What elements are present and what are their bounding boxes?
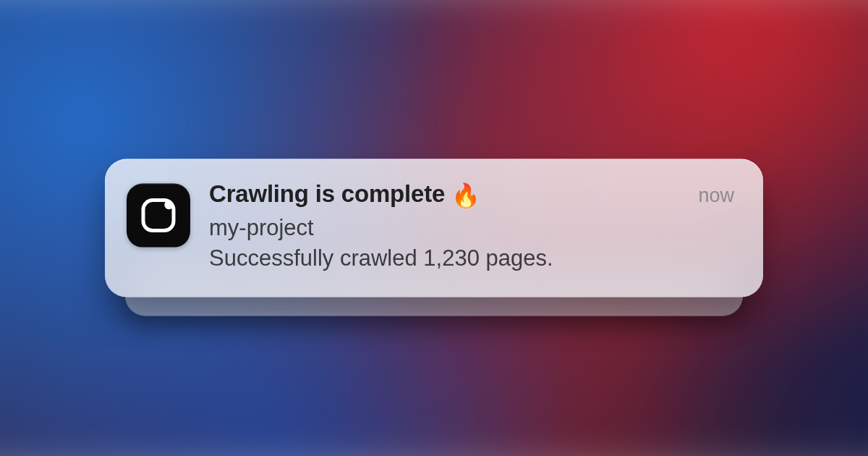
fire-icon: 🔥 <box>451 182 480 208</box>
app-badge-icon <box>137 195 179 237</box>
notification-title: Crawling is complete 🔥 <box>209 181 480 209</box>
svg-point-1 <box>164 200 173 209</box>
notification-stack: Crawling is complete 🔥 now my-project Su… <box>105 159 763 297</box>
title-text: Crawling is complete <box>209 180 445 207</box>
push-notification[interactable]: Crawling is complete 🔥 now my-project Su… <box>105 159 763 297</box>
notification-timestamp: now <box>698 186 734 206</box>
app-icon <box>127 184 190 248</box>
notification-content: Crawling is complete 🔥 now my-project Su… <box>209 181 734 273</box>
notification-body: Successfully crawled 1,230 pages. <box>209 243 734 272</box>
notification-subtitle: my-project <box>209 213 734 242</box>
title-row: Crawling is complete 🔥 now <box>209 181 734 209</box>
